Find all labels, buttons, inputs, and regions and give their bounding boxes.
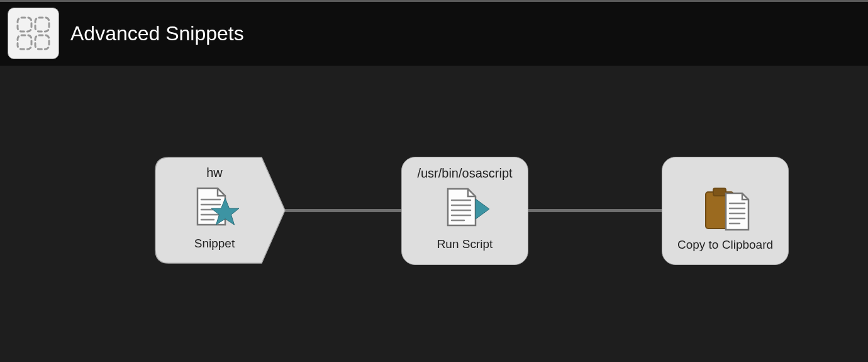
svg-rect-2 [18, 35, 31, 49]
svg-rect-1 [35, 18, 49, 31]
snippet-document-star-icon [189, 185, 240, 230]
svg-rect-0 [18, 18, 31, 31]
workflow-header: Advanced Snippets [0, 2, 868, 65]
node-run-script[interactable]: /usr/bin/osascript Run Script [401, 157, 528, 265]
workflow-title: Advanced Snippets [70, 22, 244, 45]
node-title: hw [206, 166, 223, 180]
connector-line [522, 209, 673, 212]
node-subtitle: Run Script [437, 237, 493, 251]
clipboard-icon [697, 186, 754, 232]
node-subtitle: Snippet [194, 237, 235, 251]
node-snippet[interactable]: hw [155, 157, 287, 264]
run-script-document-play-icon [439, 186, 491, 231]
connector-line [277, 209, 409, 212]
workflow-canvas[interactable]: hw [0, 65, 868, 362]
svg-rect-15 [713, 188, 726, 196]
workflow-app-icon [8, 8, 59, 59]
node-copy-to-clipboard[interactable]: Copy to Clipboard [662, 157, 789, 265]
node-title: /usr/bin/osascript [417, 166, 512, 181]
node-subtitle: Copy to Clipboard [677, 238, 773, 252]
svg-rect-3 [35, 35, 49, 49]
